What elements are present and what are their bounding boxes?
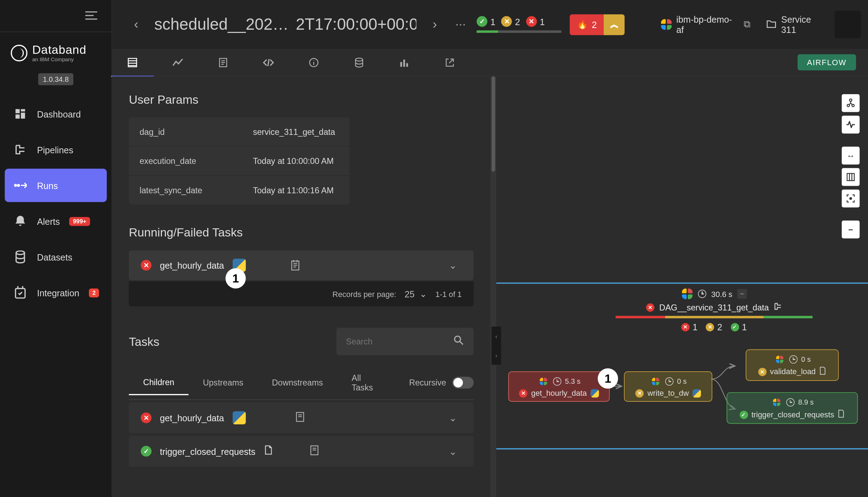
page-size-select[interactable]: 25⌄: [405, 289, 427, 299]
failed-icon: ✕: [646, 303, 655, 312]
minus-icon[interactable]: −: [737, 289, 747, 299]
source-chip[interactable]: ibm-bp-demo-af ⧉: [653, 11, 757, 38]
sidebar-item-integration[interactable]: Integration 2: [5, 276, 107, 309]
sidebar-item-datasets[interactable]: Datasets: [5, 240, 107, 274]
more-icon[interactable]: ⋯: [453, 18, 468, 31]
airflow-icon: [776, 355, 784, 364]
folder-chip[interactable]: Service 311: [766, 14, 826, 34]
tab-overview[interactable]: [124, 54, 141, 70]
tab-data[interactable]: [351, 54, 367, 70]
node-validate-load[interactable]: 0 s ✕validate_load: [746, 349, 839, 381]
tabs-bar: AIRFLOW: [112, 49, 868, 76]
node-trigger-closed-requests[interactable]: 8.9 s ✓trigger_closed_requests: [727, 392, 858, 424]
user-params-title: User Params: [129, 93, 474, 107]
sidebar-item-label: Alerts: [37, 216, 60, 226]
sidebar-item-pipelines[interactable]: Pipelines: [5, 133, 107, 166]
fire-icon: 🔥: [577, 19, 588, 30]
svg-rect-14: [406, 63, 408, 67]
alerts-badge: 999+: [69, 217, 90, 225]
sidebar-collapse-button[interactable]: [0, 0, 112, 32]
retry-icon: ✕: [501, 16, 512, 27]
notes-icon[interactable]: [309, 444, 320, 458]
dashboard-icon: [13, 107, 27, 121]
sidebar-item-alerts[interactable]: Alerts 999+: [5, 205, 107, 238]
failed-task-card[interactable]: ✕ get_hourly_data ⌄ 1: [129, 250, 474, 280]
integration-badge: 2: [89, 288, 100, 297]
svg-point-6: [16, 251, 24, 255]
tasks-title: Tasks: [129, 335, 159, 348]
recursive-toggle[interactable]: Recursive: [409, 377, 474, 389]
node-write-to-dw[interactable]: 0 s ✕write_to_dw: [624, 371, 712, 402]
pane-resize-grip[interactable]: ‹ ›: [491, 327, 501, 365]
notes-icon[interactable]: [290, 259, 302, 271]
node-get-hourly-data[interactable]: 5.3 s ✕get_hourly_data: [508, 371, 610, 402]
tab-info[interactable]: [305, 54, 322, 70]
airflow-icon: [772, 398, 781, 407]
failed-icon: ✕: [141, 412, 151, 423]
search-input[interactable]: [346, 337, 447, 346]
clock-icon: [665, 377, 673, 386]
integration-icon: [13, 286, 27, 300]
svg-point-19: [850, 99, 852, 102]
tab-downstreams[interactable]: Downstreams: [258, 371, 337, 394]
task-row[interactable]: ✕ get_hourly_data ⌄: [129, 402, 474, 434]
chevron-down-icon[interactable]: ⌄: [444, 446, 462, 457]
tab-logs[interactable]: [215, 54, 231, 70]
doc-icon: [838, 410, 845, 420]
tab-external[interactable]: [441, 54, 458, 70]
scrollbar[interactable]: [490, 76, 496, 497]
svg-rect-1: [21, 109, 25, 112]
sidebar-item-label: Runs: [37, 180, 58, 190]
python-icon: [692, 389, 701, 398]
chevron-down-icon[interactable]: ⌄: [444, 259, 462, 271]
settings-button[interactable]: [834, 11, 861, 38]
chevron-down-icon: ⌄: [419, 289, 427, 299]
sidebar-item-dashboard[interactable]: Dashboard: [5, 97, 107, 130]
datasets-icon: [13, 250, 27, 264]
graph-activity-button[interactable]: [842, 116, 860, 134]
sidebar-item-runs[interactable]: Runs: [5, 169, 107, 202]
logo-icon: [11, 44, 27, 61]
tab-upstreams[interactable]: Upstreams: [188, 371, 258, 394]
graph-controls: ↔ −: [842, 94, 860, 238]
tab-chart[interactable]: [396, 54, 413, 70]
graph-center-button[interactable]: [842, 189, 860, 207]
svg-rect-12: [400, 62, 402, 66]
airflow-button[interactable]: AIRFLOW: [797, 54, 856, 70]
param-row: latest_sync_dateToday at 11:00:16 AM: [129, 176, 350, 205]
graph-fit-width-button[interactable]: ↔: [842, 147, 860, 165]
tab-children[interactable]: Children: [129, 370, 189, 395]
version-badge: 1.0.34.8: [38, 73, 73, 85]
status-chips: ✓1 ✕2 ✕1: [477, 16, 545, 27]
retry-icon: ✕: [758, 367, 767, 376]
breadcrumb-next-button[interactable]: ›: [425, 14, 445, 34]
tab-all-tasks[interactable]: All Tasks: [337, 366, 392, 399]
running-failed-title: Running/Failed Tasks: [129, 226, 474, 240]
clock-icon: [698, 290, 707, 298]
graph-zoom-out-button[interactable]: −: [842, 221, 860, 239]
switch-icon: [452, 377, 474, 389]
external-link-icon[interactable]: ⧉: [744, 19, 750, 30]
runs-icon: [13, 178, 27, 192]
graph-map-button[interactable]: [842, 168, 860, 186]
breadcrumb-prev-button[interactable]: ‹: [126, 14, 146, 34]
success-icon: ✓: [739, 410, 748, 419]
chevron-down-icon[interactable]: ⌄: [444, 412, 462, 423]
tab-metrics[interactable]: [169, 54, 186, 70]
run-title: scheduled__202…2T17:00:00+00:00: [154, 15, 417, 34]
sidebar-item-label: Integration: [37, 287, 79, 298]
menu-collapse-icon: [85, 11, 97, 21]
tasks-search[interactable]: [337, 328, 474, 355]
dag-graph-panel[interactable]: 30.6 s − ✕ DAG__service_311_get_data: [496, 76, 868, 497]
callout-1: 1: [225, 268, 246, 289]
tab-code[interactable]: [260, 54, 277, 70]
graph-layout-button[interactable]: [842, 94, 860, 112]
clock-icon: [786, 398, 795, 407]
logo-area: Databand an IBM Company: [0, 32, 112, 67]
svg-point-23: [850, 198, 852, 199]
doc-icon: [819, 367, 826, 377]
alerts-pills[interactable]: 🔥2 ︽: [570, 14, 625, 35]
doc-icon: [264, 445, 273, 458]
notes-icon[interactable]: [294, 411, 305, 425]
task-row[interactable]: ✓ trigger_closed_requests ⌄: [129, 436, 474, 467]
